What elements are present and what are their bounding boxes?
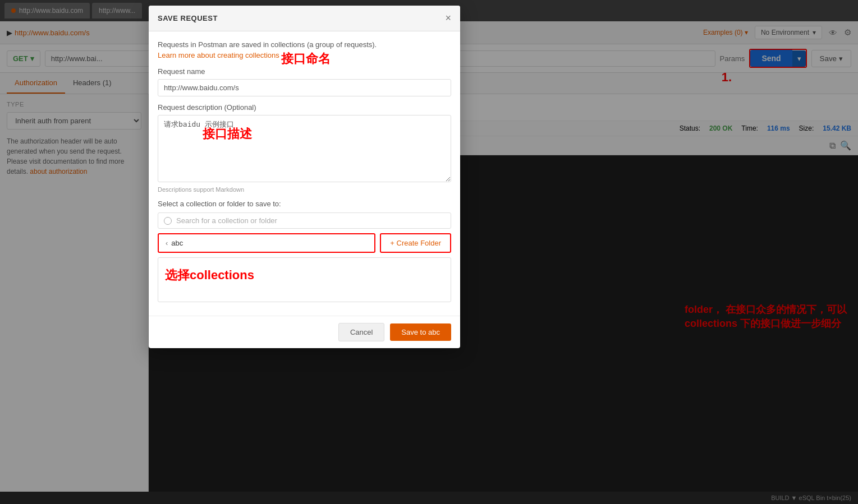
folder-name-text: abc — [171, 239, 183, 247]
modal-title: SAVE REQUEST — [158, 14, 218, 22]
modal-header: SAVE REQUEST × — [149, 6, 460, 31]
search-placeholder-text: Search for a collection or folder — [176, 216, 277, 225]
cancel-button[interactable]: Cancel — [338, 323, 384, 341]
request-desc-textarea[interactable]: 请求baidu 示例接口 — [158, 115, 451, 182]
markdown-hint: Descriptions support Markdown — [158, 186, 451, 193]
create-folder-button[interactable]: + Create Folder — [380, 233, 451, 253]
modal-footer: Cancel Save to abc — [149, 316, 460, 348]
select-collections-annotation: 选择collections — [163, 262, 446, 288]
select-collection-label: Select a collection or folder to save to… — [158, 200, 451, 208]
search-circle-icon — [164, 217, 172, 225]
modal-learn-link[interactable]: Learn more about creating collections — [158, 51, 451, 59]
modal-close-button[interactable]: × — [445, 12, 451, 24]
save-request-modal: SAVE REQUEST × Requests in Postman are s… — [149, 6, 460, 348]
collections-area: 选择collections — [158, 257, 451, 302]
modal-body: Requests in Postman are saved in collect… — [149, 31, 460, 316]
request-name-section: Request name 接口命名 — [158, 67, 451, 103]
folder-row: ‹ abc + Create Folder — [158, 233, 451, 253]
request-desc-section: Request description (Optional) 请求baidu 示… — [158, 103, 451, 193]
save-to-button[interactable]: Save to abc — [390, 323, 451, 341]
collection-search-row[interactable]: Search for a collection or folder — [158, 212, 451, 229]
modal-overlay: SAVE REQUEST × Requests in Postman are s… — [0, 0, 858, 504]
folder-selected-item[interactable]: ‹ abc — [158, 233, 375, 253]
folder-chevron-icon: ‹ — [166, 239, 168, 247]
request-name-label: Request name — [158, 67, 451, 76]
request-desc-label: Request description (Optional) — [158, 103, 451, 112]
modal-intro-text: Requests in Postman are saved in collect… — [158, 40, 451, 49]
request-name-input[interactable] — [158, 79, 451, 96]
